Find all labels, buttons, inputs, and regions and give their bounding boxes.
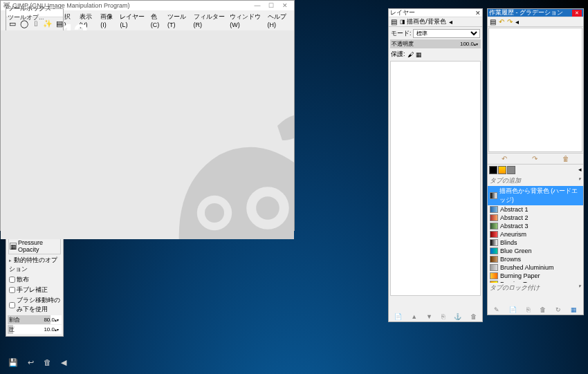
gradient-list: 描画色から背景色 (ハードエッジ)Abstract 1Abstract 2Abs… bbox=[488, 186, 583, 283]
gradient-item[interactable]: Abstract 2 bbox=[488, 214, 583, 222]
new-layer-icon[interactable]: 📄 bbox=[394, 313, 402, 320]
reset-options-icon[interactable]: ◀ bbox=[61, 358, 66, 367]
scatter-checkbox[interactable] bbox=[9, 277, 15, 283]
gradient-swatch bbox=[490, 247, 498, 254]
layers-title: レイヤー bbox=[390, 8, 415, 17]
gradient-item[interactable]: 描画色から背景色 (ハードエッジ) bbox=[488, 186, 583, 205]
flow-slider[interactable]: 割合 80.0▴▾ bbox=[8, 315, 62, 324]
redo-icon[interactable]: ↷ bbox=[532, 155, 538, 162]
layer-mode-label: モード: bbox=[391, 29, 412, 38]
anchor-layer-icon[interactable]: ⚓ bbox=[454, 313, 461, 320]
layer-up-icon[interactable]: ▲ bbox=[411, 313, 417, 320]
menu-help[interactable]: ヘルプ(H) bbox=[266, 12, 291, 29]
gradient-name: Burning Paper bbox=[500, 272, 540, 279]
pressure-slider[interactable]: 圧 10.0▴▾ bbox=[8, 325, 62, 334]
menu-filters[interactable]: フィルター(R) bbox=[192, 12, 228, 29]
gradient-item[interactable]: Brushed Aluminium bbox=[488, 263, 583, 272]
layers-panel: レイヤー ✕ ▤ ◨ 描画色/背景色 ◂ モード: 標準 不透明度 100.0▴… bbox=[388, 8, 483, 322]
palette-orange[interactable] bbox=[498, 166, 506, 174]
history-tab-icon[interactable]: ▤ bbox=[488, 18, 497, 26]
svg-point-1 bbox=[205, 203, 224, 223]
clear-history-icon[interactable]: 🗑 bbox=[562, 155, 569, 162]
gradient-item[interactable]: Abstract 3 bbox=[488, 222, 583, 230]
palette-gray[interactable] bbox=[507, 166, 515, 174]
gradient-swatch bbox=[490, 264, 498, 271]
by-color-select-tool[interactable]: ▤ bbox=[54, 18, 65, 29]
stroke-only-checkbox[interactable] bbox=[9, 302, 15, 308]
maximize-button[interactable]: ☐ bbox=[264, 2, 278, 9]
edit-gradient-icon[interactable]: ✎ bbox=[494, 306, 499, 313]
gradient-swatch bbox=[490, 231, 498, 238]
lock-label: 保護: bbox=[391, 50, 405, 59]
layer-mode-select[interactable]: 標準 bbox=[413, 29, 480, 38]
duplicate-layer-icon[interactable]: ⎘ bbox=[441, 313, 445, 320]
gradient-swatch bbox=[490, 214, 498, 221]
layers-close-icon[interactable]: ✕ bbox=[475, 10, 481, 17]
jitter-checkbox[interactable] bbox=[9, 287, 15, 293]
gradient-name: Aneurism bbox=[500, 231, 526, 238]
rect-select-tool[interactable]: ▭ bbox=[7, 18, 18, 29]
gradient-name: Brushed Aluminium bbox=[500, 264, 554, 271]
delete-gradient-icon[interactable]: 🗑 bbox=[540, 306, 546, 313]
palette-menu-icon[interactable]: ◂ bbox=[578, 166, 582, 174]
dynamics-options[interactable]: 動的特性のオプション bbox=[9, 256, 57, 272]
tab-add-label[interactable]: タブの追加 bbox=[490, 177, 521, 184]
lock-alpha-icon[interactable]: ▦ bbox=[416, 51, 422, 58]
save-options-icon[interactable]: 💾 bbox=[8, 358, 18, 367]
history-close-button[interactable]: ✕ bbox=[572, 10, 582, 17]
dynamics-icon[interactable]: ▦ bbox=[10, 243, 17, 250]
gradient-menu-icon[interactable]: ▦ bbox=[571, 306, 577, 313]
gradient-name: Abstract 2 bbox=[500, 214, 529, 221]
layer-opacity-slider[interactable]: 不透明度 100.0▴▾ bbox=[390, 39, 481, 48]
minimize-button[interactable]: — bbox=[250, 2, 264, 9]
menu-image[interactable]: 画像(I) bbox=[98, 12, 117, 29]
duplicate-gradient-icon[interactable]: ⎘ bbox=[526, 306, 530, 313]
undo-history-tab-icon[interactable]: ↶ bbox=[497, 18, 506, 26]
history-dock-tabs: ▤ ↶ ↷ ◂ bbox=[488, 17, 583, 27]
gradient-item[interactable]: Blue Green bbox=[488, 247, 583, 255]
gradient-item[interactable]: Burning Paper bbox=[488, 272, 583, 280]
gradient-name: Abstract 3 bbox=[500, 223, 529, 230]
history-tab-menu-icon[interactable]: ◂ bbox=[514, 18, 520, 26]
toolbox-bottom-icons: 💾 ↩ 🗑 ◀ bbox=[8, 358, 66, 367]
menu-tools[interactable]: ツール(T) bbox=[165, 12, 191, 29]
undo-icon[interactable]: ↶ bbox=[502, 155, 507, 162]
history-list[interactable] bbox=[488, 28, 582, 152]
lasso-tool[interactable]: 𓍰 bbox=[30, 18, 42, 29]
tab-menu-icon[interactable]: ◂ bbox=[448, 18, 454, 26]
layers-titlebar[interactable]: レイヤー ✕ bbox=[389, 9, 482, 17]
history-nav: ↶ ↷ 🗑 bbox=[488, 153, 583, 165]
gradient-item[interactable]: Browns bbox=[488, 255, 583, 263]
new-gradient-icon[interactable]: 📄 bbox=[509, 306, 517, 313]
lock-pixels-icon[interactable]: 🖌 bbox=[407, 51, 414, 58]
ellipse-select-tool[interactable]: ◯ bbox=[19, 18, 30, 29]
gradient-item[interactable]: Abstract 1 bbox=[488, 205, 583, 214]
restore-options-icon[interactable]: ↩ bbox=[28, 358, 34, 367]
fgbg-tab[interactable]: ◨ 描画色/背景色 bbox=[398, 17, 448, 26]
toolbox-titlebar[interactable]: ツールボックス - ツールオプ... bbox=[6, 9, 63, 17]
canvas-area[interactable] bbox=[1, 30, 294, 239]
redo-tab-icon[interactable]: ↷ bbox=[506, 18, 514, 26]
history-titlebar[interactable]: 作業履歴 - グラデーション ✕ bbox=[488, 9, 583, 17]
menu-layer[interactable]: レイヤー(L) bbox=[118, 12, 147, 29]
gradient-item[interactable]: Aneurism bbox=[488, 230, 583, 239]
delete-layer-icon[interactable]: 🗑 bbox=[470, 313, 477, 320]
layers-list[interactable] bbox=[390, 61, 481, 296]
palette-row: ◂ bbox=[488, 165, 583, 176]
gradient-bottom-buttons: ✎ 📄 ⎘ 🗑 ↻ ▦ bbox=[489, 306, 582, 313]
menu-colors[interactable]: 色(C) bbox=[149, 12, 165, 29]
delete-options-icon[interactable]: 🗑 bbox=[44, 358, 51, 367]
layers-tab-icon[interactable]: ▤ bbox=[389, 18, 398, 26]
tab-lock-label[interactable]: タブのロック付け bbox=[490, 284, 540, 291]
refresh-gradient-icon[interactable]: ↻ bbox=[555, 306, 561, 313]
layers-bottom-buttons: 📄 ▲ ▼ ⎘ ⚓ 🗑 bbox=[390, 313, 481, 320]
close-button[interactable]: ✕ bbox=[278, 2, 292, 9]
layer-down-icon[interactable]: ▼ bbox=[426, 313, 432, 320]
palette-black[interactable] bbox=[489, 166, 497, 174]
gradient-name: Blinds bbox=[500, 239, 517, 246]
gradient-name: 描画色から背景色 (ハードエッジ) bbox=[499, 187, 581, 205]
fuzzy-select-tool[interactable]: ✨ bbox=[42, 18, 53, 29]
gradient-item[interactable]: Blinds bbox=[488, 239, 583, 247]
menu-windows[interactable]: ウィンドウ(W) bbox=[228, 12, 264, 29]
gradient-swatch bbox=[490, 281, 498, 283]
